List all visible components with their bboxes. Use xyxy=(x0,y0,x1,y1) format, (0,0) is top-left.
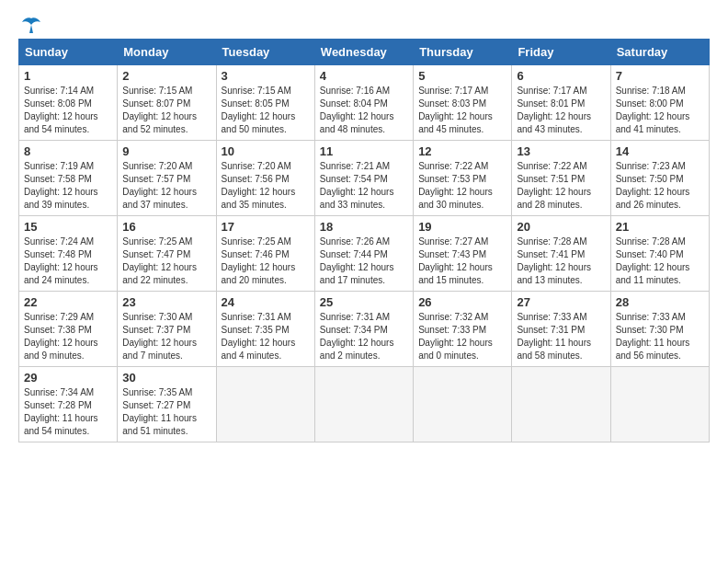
week-row-4: 22Sunrise: 7:29 AMSunset: 7:38 PMDayligh… xyxy=(19,292,710,367)
calendar-cell: 26Sunrise: 7:32 AMSunset: 7:33 PMDayligh… xyxy=(414,292,512,367)
day-content: Sunrise: 7:26 AMSunset: 7:44 PMDaylight:… xyxy=(320,236,408,287)
day-number: 6 xyxy=(517,69,605,83)
day-content: Sunrise: 7:25 AMSunset: 7:47 PMDaylight:… xyxy=(122,236,210,287)
calendar-cell: 19Sunrise: 7:27 AMSunset: 7:43 PMDayligh… xyxy=(414,216,512,292)
weekday-header-row: SundayMondayTuesdayWednesdayThursdayFrid… xyxy=(19,40,710,65)
calendar-cell: 2Sunrise: 7:15 AMSunset: 8:07 PMDaylight… xyxy=(118,65,216,141)
day-number: 24 xyxy=(222,295,310,309)
day-content: Sunrise: 7:32 AMSunset: 7:33 PMDaylight:… xyxy=(418,311,506,362)
day-content: Sunrise: 7:20 AMSunset: 7:57 PMDaylight:… xyxy=(122,160,210,212)
calendar-cell: 1Sunrise: 7:14 AMSunset: 8:08 PMDaylight… xyxy=(19,65,118,141)
day-content: Sunrise: 7:17 AMSunset: 8:01 PMDaylight:… xyxy=(517,85,605,136)
day-number: 30 xyxy=(122,371,210,385)
day-number: 16 xyxy=(122,220,210,234)
day-content: Sunrise: 7:20 AMSunset: 7:56 PMDaylight:… xyxy=(222,160,310,212)
week-row-3: 15Sunrise: 7:24 AMSunset: 7:48 PMDayligh… xyxy=(19,216,710,292)
day-number: 17 xyxy=(222,220,310,234)
weekday-friday: Friday xyxy=(512,40,610,65)
calendar-page: SundayMondayTuesdayWednesdayThursdayFrid… xyxy=(0,0,728,563)
day-content: Sunrise: 7:23 AMSunset: 7:50 PMDaylight:… xyxy=(616,160,704,212)
day-number: 3 xyxy=(222,69,310,83)
day-content: Sunrise: 7:22 AMSunset: 7:51 PMDaylight:… xyxy=(517,160,605,212)
calendar-cell: 14Sunrise: 7:23 AMSunset: 7:50 PMDayligh… xyxy=(610,141,709,216)
calendar-cell: 5Sunrise: 7:17 AMSunset: 8:03 PMDaylight… xyxy=(414,65,512,141)
calendar-cell: 17Sunrise: 7:25 AMSunset: 7:46 PMDayligh… xyxy=(216,216,314,292)
day-content: Sunrise: 7:30 AMSunset: 7:37 PMDaylight:… xyxy=(122,311,210,362)
week-row-2: 8Sunrise: 7:19 AMSunset: 7:58 PMDaylight… xyxy=(19,141,710,216)
weekday-tuesday: Tuesday xyxy=(216,40,314,65)
day-number: 2 xyxy=(122,69,210,83)
week-row-1: 1Sunrise: 7:14 AMSunset: 8:08 PMDaylight… xyxy=(19,65,710,141)
day-number: 22 xyxy=(24,295,112,309)
day-content: Sunrise: 7:15 AMSunset: 8:07 PMDaylight:… xyxy=(122,85,210,136)
calendar-cell: 30Sunrise: 7:35 AMSunset: 7:27 PMDayligh… xyxy=(118,367,216,442)
day-content: Sunrise: 7:33 AMSunset: 7:31 PMDaylight:… xyxy=(517,311,605,362)
weekday-sunday: Sunday xyxy=(19,40,118,65)
day-content: Sunrise: 7:34 AMSunset: 7:28 PMDaylight:… xyxy=(24,386,112,438)
day-number: 28 xyxy=(616,295,704,309)
calendar-cell xyxy=(314,367,413,442)
calendar-cell: 16Sunrise: 7:25 AMSunset: 7:47 PMDayligh… xyxy=(118,216,216,292)
weekday-saturday: Saturday xyxy=(610,40,709,65)
day-number: 13 xyxy=(517,144,605,158)
logo xyxy=(18,17,42,33)
day-content: Sunrise: 7:18 AMSunset: 8:00 PMDaylight:… xyxy=(616,85,704,136)
day-number: 19 xyxy=(418,220,506,234)
day-content: Sunrise: 7:29 AMSunset: 7:38 PMDaylight:… xyxy=(24,311,112,362)
calendar-cell: 27Sunrise: 7:33 AMSunset: 7:31 PMDayligh… xyxy=(512,292,610,367)
day-number: 20 xyxy=(517,220,605,234)
day-number: 12 xyxy=(418,144,506,158)
calendar-cell: 7Sunrise: 7:18 AMSunset: 8:00 PMDaylight… xyxy=(610,65,709,141)
day-number: 27 xyxy=(517,295,605,309)
day-content: Sunrise: 7:16 AMSunset: 8:04 PMDaylight:… xyxy=(320,85,408,136)
calendar-cell: 4Sunrise: 7:16 AMSunset: 8:04 PMDaylight… xyxy=(314,65,413,141)
calendar-cell: 13Sunrise: 7:22 AMSunset: 7:51 PMDayligh… xyxy=(512,141,610,216)
calendar-cell xyxy=(512,367,610,442)
day-content: Sunrise: 7:28 AMSunset: 7:41 PMDaylight:… xyxy=(517,236,605,287)
calendar-cell: 15Sunrise: 7:24 AMSunset: 7:48 PMDayligh… xyxy=(19,216,118,292)
weekday-thursday: Thursday xyxy=(414,40,512,65)
calendar-cell: 12Sunrise: 7:22 AMSunset: 7:53 PMDayligh… xyxy=(414,141,512,216)
calendar-cell: 9Sunrise: 7:20 AMSunset: 7:57 PMDaylight… xyxy=(118,141,216,216)
day-content: Sunrise: 7:19 AMSunset: 7:58 PMDaylight:… xyxy=(24,160,112,212)
day-number: 7 xyxy=(616,69,704,83)
day-content: Sunrise: 7:31 AMSunset: 7:34 PMDaylight:… xyxy=(320,311,408,362)
logo-bird-icon xyxy=(20,17,42,33)
calendar-cell: 21Sunrise: 7:28 AMSunset: 7:40 PMDayligh… xyxy=(610,216,709,292)
calendar-table: SundayMondayTuesdayWednesdayThursdayFrid… xyxy=(18,39,710,442)
day-number: 21 xyxy=(616,220,704,234)
calendar-cell: 10Sunrise: 7:20 AMSunset: 7:56 PMDayligh… xyxy=(216,141,314,216)
day-content: Sunrise: 7:22 AMSunset: 7:53 PMDaylight:… xyxy=(418,160,506,212)
header xyxy=(18,17,710,33)
day-content: Sunrise: 7:27 AMSunset: 7:43 PMDaylight:… xyxy=(418,236,506,287)
day-number: 5 xyxy=(418,69,506,83)
calendar-cell: 8Sunrise: 7:19 AMSunset: 7:58 PMDaylight… xyxy=(19,141,118,216)
day-number: 1 xyxy=(24,69,112,83)
day-content: Sunrise: 7:21 AMSunset: 7:54 PMDaylight:… xyxy=(320,160,408,212)
day-number: 29 xyxy=(24,371,112,385)
day-content: Sunrise: 7:31 AMSunset: 7:35 PMDaylight:… xyxy=(222,311,310,362)
calendar-cell: 24Sunrise: 7:31 AMSunset: 7:35 PMDayligh… xyxy=(216,292,314,367)
day-content: Sunrise: 7:17 AMSunset: 8:03 PMDaylight:… xyxy=(418,85,506,136)
calendar-cell: 20Sunrise: 7:28 AMSunset: 7:41 PMDayligh… xyxy=(512,216,610,292)
day-number: 4 xyxy=(320,69,408,83)
day-content: Sunrise: 7:14 AMSunset: 8:08 PMDaylight:… xyxy=(24,85,112,136)
calendar-cell: 18Sunrise: 7:26 AMSunset: 7:44 PMDayligh… xyxy=(314,216,413,292)
day-number: 14 xyxy=(616,144,704,158)
calendar-cell: 28Sunrise: 7:33 AMSunset: 7:30 PMDayligh… xyxy=(610,292,709,367)
calendar-cell: 22Sunrise: 7:29 AMSunset: 7:38 PMDayligh… xyxy=(19,292,118,367)
day-content: Sunrise: 7:15 AMSunset: 8:05 PMDaylight:… xyxy=(222,85,310,136)
calendar-cell: 25Sunrise: 7:31 AMSunset: 7:34 PMDayligh… xyxy=(314,292,413,367)
day-content: Sunrise: 7:24 AMSunset: 7:48 PMDaylight:… xyxy=(24,236,112,287)
calendar-cell xyxy=(414,367,512,442)
weekday-wednesday: Wednesday xyxy=(314,40,413,65)
day-content: Sunrise: 7:25 AMSunset: 7:46 PMDaylight:… xyxy=(222,236,310,287)
day-content: Sunrise: 7:33 AMSunset: 7:30 PMDaylight:… xyxy=(616,311,704,362)
calendar-cell xyxy=(610,367,709,442)
day-number: 15 xyxy=(24,220,112,234)
calendar-cell: 23Sunrise: 7:30 AMSunset: 7:37 PMDayligh… xyxy=(118,292,216,367)
weekday-monday: Monday xyxy=(118,40,216,65)
day-content: Sunrise: 7:35 AMSunset: 7:27 PMDaylight:… xyxy=(122,386,210,438)
calendar-cell: 29Sunrise: 7:34 AMSunset: 7:28 PMDayligh… xyxy=(19,367,118,442)
week-row-5: 29Sunrise: 7:34 AMSunset: 7:28 PMDayligh… xyxy=(19,367,710,442)
